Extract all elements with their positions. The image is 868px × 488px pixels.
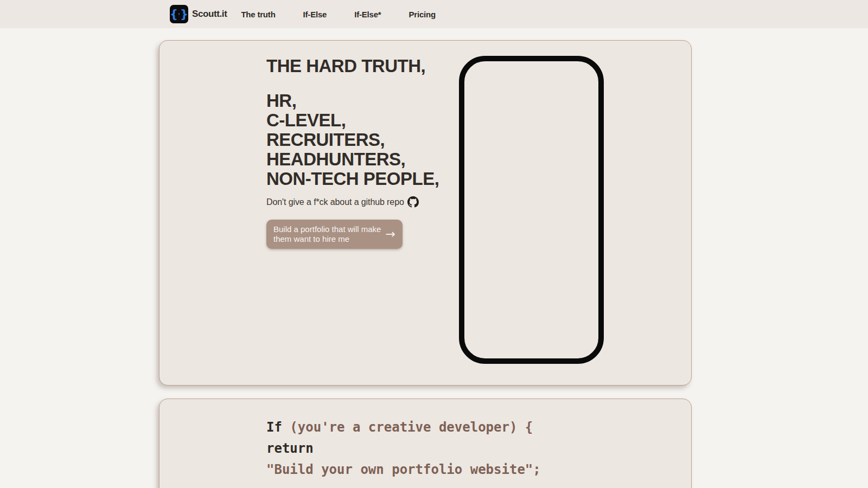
nav-link-if-else-star[interactable]: If-Else* bbox=[354, 10, 381, 19]
audience-line: HEADHUNTERS, bbox=[266, 150, 463, 169]
audience-line: C-LEVEL, bbox=[266, 111, 463, 130]
brand-link[interactable]: { } Scoutt.it bbox=[170, 5, 227, 23]
logo-open-brace: { bbox=[170, 9, 178, 20]
hero-audience-list: HR, C-LEVEL, RECRUITERS, HEADHUNTERS, NO… bbox=[266, 91, 463, 189]
brand-name: Scoutt.it bbox=[192, 9, 227, 20]
code-text: "Build your own portfolio website"; bbox=[266, 462, 541, 477]
code-line-1: If (you're a creative developer) { bbox=[266, 417, 691, 438]
audience-line: NON-TECH PEOPLE, bbox=[266, 169, 463, 189]
code-keyword: return bbox=[266, 441, 314, 456]
hero-title: THE HARD TRUTH, bbox=[266, 56, 463, 76]
arrow-right-icon: → bbox=[386, 228, 395, 240]
navbar: { } Scoutt.it The truth If-Else If-Else* bbox=[0, 0, 868, 28]
phone-outline-frame bbox=[459, 56, 604, 364]
hero-card: THE HARD TRUTH, HR, C-LEVEL, RECRUITERS,… bbox=[159, 40, 692, 386]
cta-label: Build a portfolio that will make them wa… bbox=[273, 224, 382, 244]
code-text: (you're a creative developer) { bbox=[290, 420, 533, 435]
audience-line: HR, bbox=[266, 91, 463, 111]
navbar-inner: { } Scoutt.it The truth If-Else If-Else* bbox=[0, 5, 436, 23]
hero-text-column: THE HARD TRUTH, HR, C-LEVEL, RECRUITERS,… bbox=[159, 41, 463, 249]
nav-links: The truth If-Else If-Else* Pricing bbox=[241, 10, 436, 19]
logo-close-brace: } bbox=[180, 9, 188, 20]
nav-link-if-else[interactable]: If-Else bbox=[303, 10, 327, 19]
nav-link-the-truth[interactable]: The truth bbox=[241, 10, 275, 19]
nav-link-pricing[interactable]: Pricing bbox=[409, 10, 436, 19]
github-icon bbox=[407, 196, 419, 208]
code-line-2: return bbox=[266, 438, 691, 459]
code-line-3: "Build your own portfolio website"; bbox=[266, 459, 691, 480]
hero-subtext: Don't give a f*ck about a github repo bbox=[266, 196, 463, 208]
code-block: If (you're a creative developer) { retur… bbox=[159, 399, 691, 480]
code-keyword: If bbox=[266, 420, 290, 435]
brand-logo-icon: { } bbox=[170, 5, 188, 23]
audience-line: RECRUITERS, bbox=[266, 130, 463, 150]
build-portfolio-cta-button[interactable]: Build a portfolio that will make them wa… bbox=[266, 220, 403, 249]
code-card: If (you're a creative developer) { retur… bbox=[159, 399, 692, 488]
main-content: THE HARD TRUTH, HR, C-LEVEL, RECRUITERS,… bbox=[0, 28, 868, 488]
hero-subtext-label: Don't give a f*ck about a github repo bbox=[266, 197, 404, 207]
